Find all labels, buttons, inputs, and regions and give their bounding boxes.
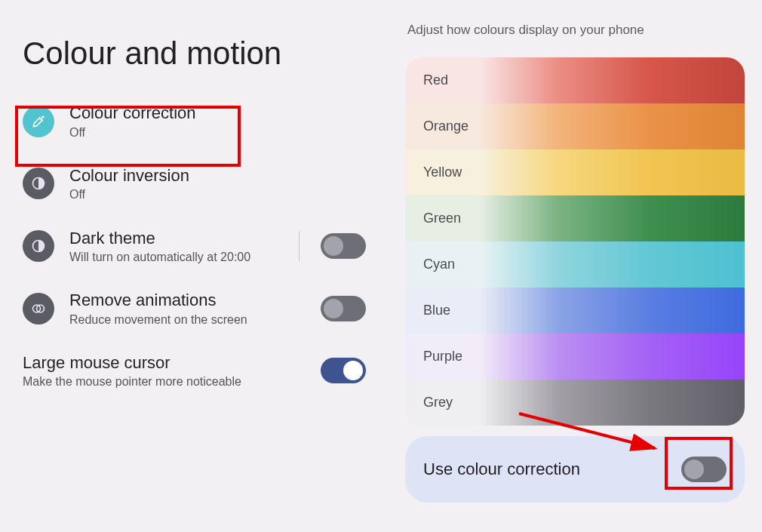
toggle-dark-theme[interactable] <box>321 233 366 259</box>
setting-row-colour-correction[interactable]: Colour correctionOff <box>23 103 366 140</box>
half-circle-icon <box>23 168 54 199</box>
setting-text: Colour inversionOff <box>69 165 366 202</box>
swatch-yellow: Yellow <box>405 149 745 195</box>
setting-subtitle: Off <box>69 187 357 201</box>
setting-row-large-mouse-cursor[interactable]: Large mouse cursorMake the mouse pointer… <box>23 352 366 389</box>
left-pane: Colour and motion Colour correctionOffCo… <box>0 0 381 532</box>
swatch-grey: Grey <box>405 380 745 426</box>
swatch-orange: Orange <box>405 103 745 149</box>
swatch-label: Green <box>423 211 461 226</box>
swatch-green: Green <box>405 195 745 241</box>
setting-row-colour-inversion[interactable]: Colour inversionOff <box>23 165 366 202</box>
setting-subtitle: Make the mouse pointer more noticeable <box>23 374 312 389</box>
page-title: Colour and motion <box>23 36 366 71</box>
swatch-label: Blue <box>423 303 450 318</box>
swatch-label: Orange <box>423 118 469 134</box>
setting-subtitle: Off <box>69 125 357 140</box>
colour-swatch-card: RedOrangeYellowGreenCyanBluePurpleGrey <box>405 57 745 426</box>
swatch-red: Red <box>405 57 745 103</box>
setting-title: Colour inversion <box>69 165 357 186</box>
setting-subtitle: Will turn on automatically at 20:00 <box>69 250 290 264</box>
right-caption: Adjust how colours display on your phone <box>407 23 762 38</box>
half-circle-icon <box>23 230 54 262</box>
toggle-remove-animations[interactable] <box>321 296 366 321</box>
setting-subtitle: Reduce movement on the screen <box>69 312 312 327</box>
eyedropper-icon <box>23 106 54 137</box>
swatch-blue: Blue <box>405 288 745 334</box>
swatch-label: Yellow <box>423 165 462 180</box>
setting-text: Dark themeWill turn on automatically at … <box>69 228 299 265</box>
setting-title: Remove animations <box>69 290 312 311</box>
swatch-label: Grey <box>423 395 453 411</box>
setting-title: Colour correction <box>69 103 357 124</box>
settings-list: Colour correctionOffColour inversionOffD… <box>23 103 366 389</box>
setting-row-dark-theme[interactable]: Dark themeWill turn on automatically at … <box>23 228 366 265</box>
use-colour-correction-toggle[interactable] <box>681 457 727 482</box>
swatch-label: Red <box>423 72 448 88</box>
svg-point-0 <box>41 115 44 118</box>
setting-title: Dark theme <box>69 228 290 249</box>
setting-row-remove-animations[interactable]: Remove animationsReduce movement on the … <box>23 290 366 327</box>
setting-text: Colour correctionOff <box>69 103 366 140</box>
setting-text: Large mouse cursorMake the mouse pointer… <box>23 352 321 389</box>
swatch-cyan: Cyan <box>405 241 745 288</box>
setting-text: Remove animationsReduce movement on the … <box>69 290 321 327</box>
swatch-label: Cyan <box>423 257 455 272</box>
double-circle-icon <box>23 293 54 324</box>
use-colour-correction-row[interactable]: Use colour correction <box>405 436 745 503</box>
toggle-large-mouse-cursor[interactable] <box>321 358 366 383</box>
use-colour-correction-label: Use colour correction <box>423 460 681 479</box>
swatch-purple: Purple <box>405 334 745 380</box>
setting-title: Large mouse cursor <box>23 352 312 374</box>
right-pane: Adjust how colours display on your phone… <box>392 0 762 532</box>
swatch-label: Purple <box>423 349 462 364</box>
divider <box>299 231 300 261</box>
